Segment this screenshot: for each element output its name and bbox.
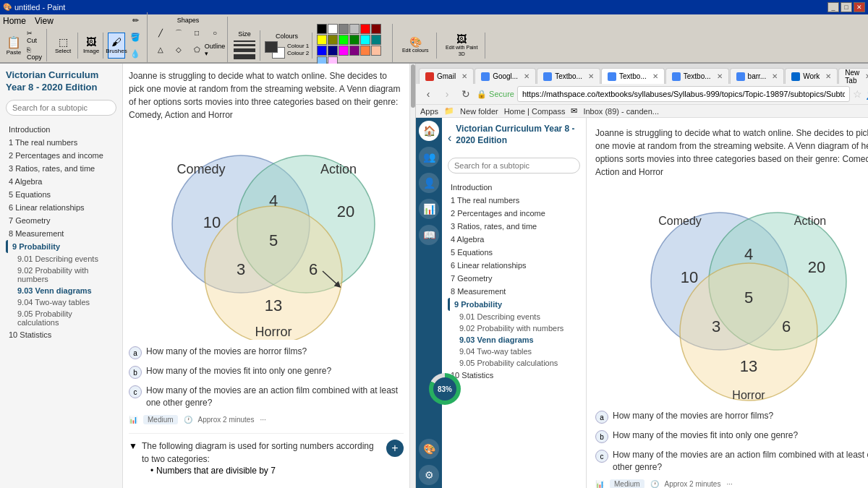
right-search-input[interactable] xyxy=(448,158,580,174)
left-expand-icon[interactable]: ▼ xyxy=(129,441,137,451)
inbox-bookmark[interactable]: Inbox (89) - canden... xyxy=(583,107,659,116)
nav-item-8[interactable]: 8 Measurement xyxy=(6,227,116,240)
right-nav-904[interactable]: 9.04 Two-way tables xyxy=(448,346,580,357)
nav-item-3[interactable]: 3 Ratios, rates, and time xyxy=(6,162,116,175)
cut-btn[interactable]: ✂ Cut xyxy=(26,29,43,45)
profile-icon[interactable]: 👤 xyxy=(865,88,868,100)
shape-rect[interactable]: □ xyxy=(188,25,205,41)
right-nav-905[interactable]: 9.05 Probability calculations xyxy=(448,357,580,369)
folder-bookmark[interactable]: New folder xyxy=(460,107,498,116)
tab-textbook3[interactable]: Textbo... ✕ xyxy=(665,68,729,84)
left-more-btn[interactable]: ··· xyxy=(260,416,265,424)
nav-item-10[interactable]: 10 Statistics xyxy=(6,328,116,341)
color-maroon[interactable] xyxy=(371,24,381,34)
close-google-tab[interactable]: ✕ xyxy=(524,72,529,80)
color-purple2[interactable] xyxy=(339,46,349,56)
right-nav-7[interactable]: 7 Geometry xyxy=(448,272,580,285)
right-nav-3[interactable]: 3 Ratios, rates, and time xyxy=(448,220,580,233)
color-gray[interactable] xyxy=(339,24,349,34)
nav-sub-904[interactable]: 9.04 Two-way tables xyxy=(6,296,116,308)
nav-item-5[interactable]: 5 Equations xyxy=(6,188,116,201)
edit-colours-btn[interactable]: 🎨 Edit colours xyxy=(397,33,433,59)
nav-sub-901[interactable]: 9.01 Describing events xyxy=(6,253,116,265)
menu-home[interactable]: Home xyxy=(3,16,26,26)
right-nav-6[interactable]: 6 Linear relationships xyxy=(448,259,580,272)
color-navy[interactable] xyxy=(328,46,338,56)
edit-paint3d-btn[interactable]: 🖼 Edit with Paint 3D xyxy=(441,33,482,59)
right-nav-5[interactable]: 5 Equations xyxy=(448,246,580,259)
nav-sub-905[interactable]: 9.05 Probability calculations xyxy=(6,308,116,328)
back-btn[interactable]: ‹ xyxy=(420,86,436,102)
right-more-btn[interactable]: ··· xyxy=(726,480,732,488)
close-textbook3-tab[interactable]: ✕ xyxy=(717,72,723,80)
paint-icon[interactable]: 🎨 xyxy=(419,439,439,459)
nav-item-1[interactable]: 1 The real numbers xyxy=(6,136,116,149)
color-cyan[interactable] xyxy=(360,35,370,45)
color-blue[interactable] xyxy=(317,46,327,56)
shape-line[interactable]: ╱ xyxy=(152,25,169,41)
close-textbook2-tab[interactable]: ✕ xyxy=(652,72,658,80)
right-nav-903[interactable]: 9.03 Venn diagrams xyxy=(448,334,580,346)
color-purple[interactable] xyxy=(349,46,359,56)
color-orange[interactable] xyxy=(360,46,370,56)
home-icon[interactable]: 🏠 xyxy=(419,121,439,141)
color-red[interactable] xyxy=(360,24,370,34)
nav-item-2[interactable]: 2 Percentages and income xyxy=(6,149,116,162)
shape-triangle[interactable]: △ xyxy=(152,42,169,58)
close-textbook1-tab[interactable]: ✕ xyxy=(588,72,594,80)
nav-item-6[interactable]: 6 Linear relationships xyxy=(6,201,116,214)
people-icon[interactable]: 👥 xyxy=(419,147,439,167)
tab-textbook1[interactable]: Textbo... ✕ xyxy=(537,68,600,84)
paste-btn[interactable]: 📋Paste xyxy=(3,33,25,59)
right-nav-9[interactable]: 9 Probability xyxy=(448,298,580,311)
book-icon[interactable]: 📖 xyxy=(419,225,439,245)
close-btn[interactable]: ✕ xyxy=(854,2,865,12)
tab-work[interactable]: Work ✕ xyxy=(785,68,838,84)
right-nav-10[interactable]: 10 Statistics xyxy=(448,369,580,382)
shape-curve[interactable]: ⌒ xyxy=(170,25,187,41)
tab-newtab[interactable]: New Tab ✕ xyxy=(838,68,868,84)
forward-btn[interactable]: › xyxy=(439,86,455,102)
color-yellow[interactable] xyxy=(317,35,327,45)
shape-pentagon[interactable]: ⬠ xyxy=(188,42,205,58)
nav-item-4[interactable]: 4 Algebra xyxy=(6,175,116,188)
tab-google[interactable]: Googl... ✕ xyxy=(475,68,536,84)
person-icon[interactable]: 👤 xyxy=(419,173,439,193)
close-work-tab[interactable]: ✕ xyxy=(825,72,831,80)
nav-sub-903[interactable]: 9.03 Venn diagrams xyxy=(6,285,116,296)
menu-view[interactable]: View xyxy=(35,16,54,26)
color-green[interactable] xyxy=(349,35,359,45)
right-nav-4[interactable]: 4 Algebra xyxy=(448,233,580,246)
color-black[interactable] xyxy=(317,24,327,34)
shape-diamond[interactable]: ◇ xyxy=(170,42,187,58)
right-nav-2[interactable]: 2 Percentages and income xyxy=(448,207,580,220)
pencil-btn[interactable]: ✏ xyxy=(127,12,144,28)
star-icon[interactable]: ☆ xyxy=(853,88,862,100)
right-nav-902[interactable]: 9.02 Probability with numbers xyxy=(448,322,580,334)
nav-item-7[interactable]: 7 Geometry xyxy=(6,214,116,227)
left-search-input[interactable] xyxy=(6,100,116,116)
right-back-btn[interactable]: ‹ xyxy=(448,132,451,145)
shape-ellipse[interactable]: ○ xyxy=(206,25,224,41)
address-input[interactable] xyxy=(517,86,850,102)
maximize-btn[interactable]: □ xyxy=(841,2,852,12)
close-barr-tab[interactable]: ✕ xyxy=(772,72,778,80)
nav-item-intro[interactable]: Introduction xyxy=(6,123,116,136)
nav-sub-902[interactable]: 9.02 Probability with numbers xyxy=(6,265,116,285)
color-lime[interactable] xyxy=(339,35,349,45)
brushes-btn[interactable]: 🖌 Brushes xyxy=(108,33,125,59)
minimize-btn[interactable]: _ xyxy=(827,2,839,12)
image-btn[interactable]: 🖼 Image xyxy=(82,33,100,59)
right-nav-901[interactable]: 9.01 Describing events xyxy=(448,311,580,322)
right-nav-intro[interactable]: Introduction xyxy=(448,181,580,194)
eyedrop-btn[interactable]: 💧 xyxy=(127,46,144,61)
left-add-btn[interactable]: + xyxy=(386,440,404,457)
color-silver[interactable] xyxy=(349,24,359,34)
outline-btn[interactable]: Outline ▾ xyxy=(206,42,224,58)
fill-btn[interactable]: 🪣 xyxy=(127,29,144,45)
tab-gmail[interactable]: Gmail ✕ xyxy=(419,68,474,84)
colour1-swatch[interactable] xyxy=(265,41,278,53)
nav-item-9[interactable]: 9 Probability xyxy=(6,240,116,253)
refresh-btn[interactable]: ↻ xyxy=(458,86,474,102)
close-newtab-tab[interactable]: ✕ xyxy=(865,72,868,80)
